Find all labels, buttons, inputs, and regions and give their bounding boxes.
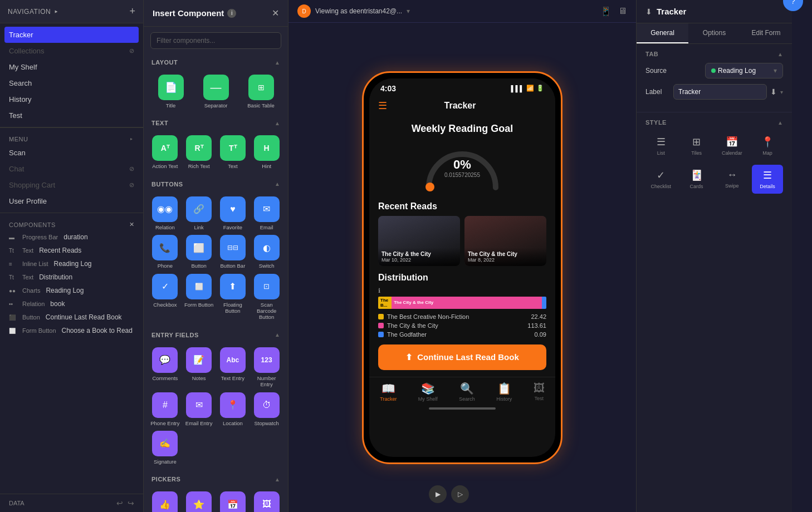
tab-general[interactable]: General <box>637 23 688 43</box>
close-panel-button[interactable]: ✕ <box>272 8 279 18</box>
bottom-nav-myshelf[interactable]: 📚 My Shelf <box>418 382 438 402</box>
comp-separator[interactable]: — Separator <box>195 75 236 109</box>
nav-item-search[interactable]: Search <box>0 75 143 91</box>
style-section-header: STYLE ▲ <box>645 119 783 126</box>
close-components-button[interactable]: ✕ <box>129 221 135 228</box>
style-details[interactable]: ☰ Details <box>752 165 783 194</box>
bottom-nav-history[interactable]: 📋 History <box>496 382 512 402</box>
comp-hint[interactable]: H Hint <box>252 135 281 169</box>
style-calendar[interactable]: 📅 Calendar <box>717 131 748 160</box>
comp-image-picker[interactable]: 🖼 Image Picker <box>252 491 281 512</box>
comp-checkbox[interactable]: ✓ Checkbox <box>150 274 180 321</box>
play-button[interactable]: ▶ <box>429 485 447 503</box>
comp-text[interactable]: Tᵀ Text <box>218 135 248 169</box>
comp-basic-table[interactable]: ⊞ Basic Table <box>241 75 281 109</box>
book-card-1[interactable]: The City & the City Mar 10, 2022 <box>378 216 460 266</box>
buttons-section-header[interactable]: BUTTONS ▲ <box>144 176 288 192</box>
comp-phone-entry[interactable]: # Phone Entry <box>150 392 180 426</box>
component-item-relation[interactable]: •• Relation book <box>0 297 143 311</box>
comp-rich-text[interactable]: Rᵀ Rich Text <box>184 135 214 169</box>
comp-floating-button[interactable]: ⬆ Floating Button <box>218 274 248 321</box>
nav-item-history[interactable]: History <box>0 91 143 107</box>
comp-action-text[interactable]: Aᵀ Action Text <box>150 135 180 169</box>
component-item-inlinelist[interactable]: ≡ Inline List Reading Log <box>0 257 143 270</box>
style-list[interactable]: ☰ List <box>645 131 677 160</box>
component-item-button[interactable]: ⬛ Button Continue Last Read Book <box>0 311 143 324</box>
gauge-container: 0% 0.0155720255 <box>378 140 546 196</box>
comp-email[interactable]: ✉ Email <box>252 196 281 230</box>
continue-last-read-button[interactable]: ⬆ Continue Last Read Book <box>378 344 546 370</box>
bottom-nav-search[interactable]: 🔍 Search <box>459 382 475 402</box>
style-tiles[interactable]: ⊞ Tiles <box>681 131 712 160</box>
comp-like[interactable]: 👍 Like <box>150 491 180 512</box>
comp-scan-barcode[interactable]: ⊡ Scan Barcode Button <box>252 274 281 321</box>
book-card-2[interactable]: The City & the City Mar 8, 2022 <box>464 216 546 266</box>
nav-item-shoppingcart[interactable]: Shopping Cart ⊘ <box>0 177 143 193</box>
nav-item-userprofile[interactable]: User Profile <box>0 193 143 209</box>
comp-phone[interactable]: 📞 Phone <box>150 235 180 269</box>
undo-button[interactable]: ↩ <box>116 499 123 508</box>
comp-email-entry[interactable]: ✉ Email Entry <box>184 392 214 426</box>
entry-fields-section-header[interactable]: ENTRY FIELDS ▲ <box>144 327 288 343</box>
style-checklist[interactable]: ✓ Checklist <box>645 165 677 194</box>
component-item-text1[interactable]: Tt Text Recent Reads <box>0 244 143 257</box>
bottom-nav-test[interactable]: 🖼 Test <box>534 382 545 402</box>
bottom-nav-tracker[interactable]: 📖 Tracker <box>380 382 397 402</box>
comp-date-time[interactable]: 📅 Date Time <box>218 491 248 512</box>
redo-button[interactable]: ↪ <box>128 499 134 508</box>
component-item-progressbar[interactable]: ▬ Progress Bar duration <box>0 230 143 244</box>
right-panel-title: Tracker <box>657 7 686 16</box>
nav-item-chat[interactable]: Chat ⊘ <box>0 161 143 177</box>
comp-switch[interactable]: ◐ Switch <box>252 235 281 269</box>
component-item-formbutton[interactable]: ⬜ Form Button Choose a Book to Read <box>0 324 143 337</box>
data-section: DATA ↩ ↪ <box>0 494 143 512</box>
nav-item-scan[interactable]: Scan <box>0 145 143 161</box>
phone-bottom-nav: 📖 Tracker 📚 My Shelf 🔍 Search 📋 History <box>369 377 555 404</box>
label-download-icon[interactable]: ⬇ <box>770 87 777 96</box>
comp-favorite[interactable]: ♥ Favorite <box>218 196 248 230</box>
filter-input[interactable] <box>150 32 281 49</box>
nav-item-tracker[interactable]: Tracker <box>4 27 139 43</box>
comp-link[interactable]: 🔗 Link <box>184 196 214 230</box>
pickers-section-header[interactable]: PICKERS ▲ <box>144 471 288 487</box>
comp-comments[interactable]: 💬 Comments <box>150 347 180 388</box>
comp-rating[interactable]: ⭐ Rating <box>184 491 214 512</box>
nav-item-myshelf[interactable]: My Shelf <box>0 59 143 75</box>
text-grid: Aᵀ Action Text Rᵀ Rich Text Tᵀ Text H Hi… <box>144 131 288 176</box>
viewer-bar: D Viewing as deentristan42@... ▾ 📱 🖥 <box>288 0 636 23</box>
phone-home-bar <box>369 404 555 413</box>
comp-text-entry[interactable]: Abc Text Entry <box>218 347 248 388</box>
right-panel: ⬇ Tracker General Options Edit Form TAB … <box>636 0 792 512</box>
comp-number-entry[interactable]: 123 Number Entry <box>252 347 281 388</box>
desktop-icon[interactable]: 🖥 <box>618 6 627 17</box>
component-item-charts[interactable]: ●● Charts Reading Log <box>0 284 143 297</box>
comp-button[interactable]: ⬜ Button <box>184 235 214 269</box>
nav-item-test[interactable]: Test <box>0 107 143 124</box>
text-section-header[interactable]: TEXT ▲ <box>144 115 288 131</box>
add-nav-button[interactable]: + <box>129 6 135 17</box>
style-swipe[interactable]: ↔ Swipe <box>717 165 748 194</box>
layout-grid: 📄 Title — Separator ⊞ Basic Table <box>144 70 288 115</box>
legend-item-3: The Godfather 0.09 <box>378 331 546 338</box>
source-select[interactable]: Reading Log ▾ <box>705 63 783 78</box>
comp-button-bar[interactable]: ⊟⊟ Button Bar <box>218 235 248 269</box>
comp-stopwatch[interactable]: ⏱ Stopwatch <box>252 392 281 426</box>
comp-relation[interactable]: ◉◉ Relation <box>150 196 180 230</box>
comp-location[interactable]: 📍 Location <box>218 392 248 426</box>
comp-notes[interactable]: 📝 Notes <box>184 347 214 388</box>
style-cards[interactable]: 🃏 Cards <box>681 165 712 194</box>
label-input[interactable] <box>673 84 767 100</box>
tab-edit-form[interactable]: Edit Form <box>740 23 792 43</box>
tab-options[interactable]: Options <box>688 23 740 43</box>
component-item-text2[interactable]: Tt Text Distribution <box>0 270 143 284</box>
style-map[interactable]: 📍 Map <box>752 131 783 160</box>
menu-icon[interactable]: ☰ <box>378 100 387 112</box>
nav-item-collections[interactable]: Collections ⊘ <box>0 43 143 59</box>
mobile-icon[interactable]: 📱 <box>600 6 612 17</box>
layout-section-header[interactable]: LAYOUT ▲ <box>144 55 288 70</box>
next-button[interactable]: ▷ <box>451 485 469 503</box>
comp-signature[interactable]: ✍ Signature <box>150 431 180 465</box>
comp-form-button[interactable]: ⬜ Form Button <box>184 274 214 321</box>
comp-title[interactable]: 📄 Title <box>150 75 191 109</box>
avatar: D <box>297 4 311 18</box>
